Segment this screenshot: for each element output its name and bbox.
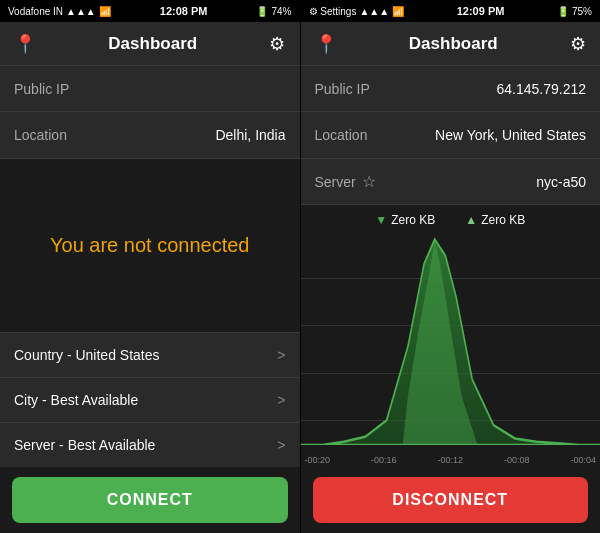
chart-svg xyxy=(301,231,601,445)
right-carrier-text: ⚙ Settings xyxy=(309,6,357,17)
right-time: 12:09 PM xyxy=(457,5,505,17)
right-wifi-icon: 📶 xyxy=(392,6,404,17)
connect-button[interactable]: CONNECT xyxy=(12,477,288,523)
left-location-row: Location Delhi, India xyxy=(0,112,300,158)
battery-icon: 🔋 xyxy=(256,6,268,17)
left-location-value: Delhi, India xyxy=(215,127,285,143)
time-label-3: -00:12 xyxy=(437,455,463,465)
disconnect-button[interactable]: DISCONNECT xyxy=(313,477,589,523)
left-settings-icon[interactable]: ⚙ xyxy=(269,33,285,55)
city-label: City - Best Available xyxy=(14,392,138,408)
right-location-pin-icon: 📍 xyxy=(315,33,337,55)
country-chevron-icon: > xyxy=(277,347,285,363)
left-public-ip-row: Public IP xyxy=(0,66,300,112)
left-panel: Vodafone IN ▲▲▲ 📶 12:08 PM 🔋 74% 📍 Dashb… xyxy=(0,0,300,533)
server-left: Server ☆ xyxy=(315,172,376,191)
not-connected-text: You are not connected xyxy=(50,234,249,257)
right-location-value: New York, United States xyxy=(435,127,586,143)
upload-stat: ▲ Zero KB xyxy=(465,213,525,227)
server-label: Server - Best Available xyxy=(14,437,155,453)
selection-section: Country - United States > City - Best Av… xyxy=(0,332,300,467)
download-arrow-icon: ▼ xyxy=(375,213,387,227)
country-label: Country - United States xyxy=(14,347,160,363)
server-selection-row[interactable]: Server - Best Available > xyxy=(0,423,300,467)
right-signal-icon: ▲▲▲ xyxy=(359,6,389,17)
right-settings-icon[interactable]: ⚙ xyxy=(570,33,586,55)
left-status-left: Vodafone IN ▲▲▲ 📶 xyxy=(8,6,111,17)
left-location-label: Location xyxy=(14,127,67,143)
chart-svg-container: -00:20 -00:16 -00:12 -00:08 -00:04 xyxy=(301,231,601,467)
left-location-pin-icon: 📍 xyxy=(14,33,36,55)
right-info-section: Public IP 64.145.79.212 Location New Yor… xyxy=(301,66,601,159)
server-value: nyc-a50 xyxy=(536,174,586,190)
time-label-2: -00:16 xyxy=(371,455,397,465)
right-public-ip-value: 64.145.79.212 xyxy=(496,81,586,97)
chart-stats: ▼ Zero KB ▲ Zero KB xyxy=(301,205,601,231)
left-info-section: Public IP Location Delhi, India xyxy=(0,66,300,159)
download-value: Zero KB xyxy=(391,213,435,227)
country-selection-row[interactable]: Country - United States > xyxy=(0,333,300,378)
right-status-bar: ⚙ Settings ▲▲▲ 📶 12:09 PM 🔋 75% xyxy=(301,0,601,22)
right-public-ip-label: Public IP xyxy=(315,81,370,97)
left-status-right: 🔋 74% xyxy=(256,6,291,17)
right-public-ip-row: Public IP 64.145.79.212 xyxy=(301,66,601,112)
server-row-label: Server xyxy=(315,174,356,190)
right-battery-pct: 75% xyxy=(572,6,592,17)
right-location-label: Location xyxy=(315,127,368,143)
battery-pct: 74% xyxy=(271,6,291,17)
download-stat: ▼ Zero KB xyxy=(375,213,435,227)
signal-icon: ▲▲▲ xyxy=(66,6,96,17)
right-battery-icon: 🔋 xyxy=(557,6,569,17)
right-header-title: Dashboard xyxy=(409,34,498,54)
right-header: 📍 Dashboard ⚙ xyxy=(301,22,601,66)
server-chevron-icon: > xyxy=(277,437,285,453)
left-header: 📍 Dashboard ⚙ xyxy=(0,22,300,66)
upload-arrow-icon: ▲ xyxy=(465,213,477,227)
chart-time-labels: -00:20 -00:16 -00:12 -00:08 -00:04 xyxy=(301,455,601,465)
star-icon[interactable]: ☆ xyxy=(362,172,376,191)
left-public-ip-label: Public IP xyxy=(14,81,69,97)
city-chevron-icon: > xyxy=(277,392,285,408)
left-header-title: Dashboard xyxy=(108,34,197,54)
chart-area: ▼ Zero KB ▲ Zero KB xyxy=(301,205,601,467)
left-time: 12:08 PM xyxy=(160,5,208,17)
city-selection-row[interactable]: City - Best Available > xyxy=(0,378,300,423)
right-status-right: 🔋 75% xyxy=(557,6,592,17)
carrier-text: Vodafone IN xyxy=(8,6,63,17)
time-label-5: -00:04 xyxy=(570,455,596,465)
not-connected-area: You are not connected xyxy=(0,159,300,332)
wifi-icon: 📶 xyxy=(99,6,111,17)
left-status-bar: Vodafone IN ▲▲▲ 📶 12:08 PM 🔋 74% xyxy=(0,0,300,22)
time-label-1: -00:20 xyxy=(305,455,331,465)
server-row: Server ☆ nyc-a50 xyxy=(301,159,601,205)
right-panel: ⚙ Settings ▲▲▲ 📶 12:09 PM 🔋 75% 📍 Dashbo… xyxy=(301,0,601,533)
upload-value: Zero KB xyxy=(481,213,525,227)
right-status-left: ⚙ Settings ▲▲▲ 📶 xyxy=(309,6,405,17)
right-location-row: Location New York, United States xyxy=(301,112,601,158)
time-label-4: -00:08 xyxy=(504,455,530,465)
